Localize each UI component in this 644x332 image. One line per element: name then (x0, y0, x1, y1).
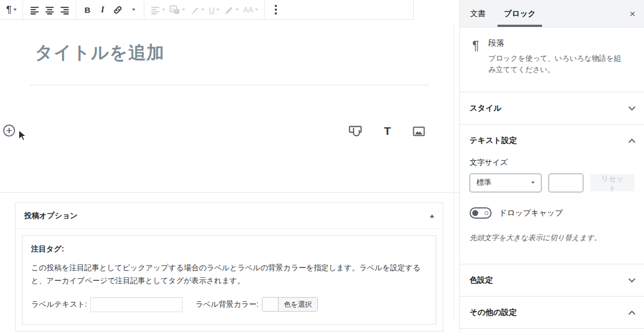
editor-canvas: ¶ B I (0, 0, 459, 332)
panel-advanced-settings-title: その他の設定 (470, 307, 517, 317)
font-size-controls: 標準 リセット (470, 174, 634, 192)
italic-button[interactable]: I (95, 0, 110, 19)
chevron-up-icon (628, 139, 635, 146)
font-size-select-value: 標準 (477, 178, 492, 187)
panel-text-settings: テキスト設定 文字サイズ 標準 リセット (460, 125, 644, 264)
underline-icon: U (209, 5, 215, 15)
panel-style[interactable]: スタイル (460, 92, 644, 125)
underline-disabled-button: U (207, 0, 222, 19)
kebab-icon (275, 5, 277, 7)
chevron-down-icon (531, 182, 535, 184)
align-center-icon (45, 5, 55, 15)
dropcap-toggle[interactable] (470, 207, 492, 219)
button-block-icon (348, 124, 363, 138)
alignment-disabled-button (148, 0, 167, 19)
chevron-down-icon (255, 9, 258, 11)
sidebar-tabs: 文書 ブロック × (460, 0, 644, 27)
bold-icon: B (85, 5, 91, 15)
formatting-group: B I (76, 0, 144, 19)
translate-disabled-button: A * (167, 0, 187, 19)
label-text-input[interactable] (90, 297, 182, 312)
block-card-description: ブロックを使って、いろいろな物語を組み立ててください。 (488, 53, 625, 76)
post-title-input[interactable]: タイトルを追加 (35, 41, 165, 65)
panel-color-settings[interactable]: 色設定 (460, 264, 644, 297)
close-sidebar-button[interactable]: × (630, 9, 635, 19)
block-card-text: 段落 ブロックを使って、いろいろな物語を組み立ててください。 (488, 37, 625, 76)
panel-text-settings-title: テキスト設定 (470, 135, 517, 146)
post-options-metabox: 投稿オプション 注目タグ: この投稿を注目記事としてピックアップする場合のラベル… (15, 203, 443, 331)
align-left-icon (30, 5, 40, 15)
link-icon (113, 5, 123, 15)
title-divider (31, 85, 429, 85)
post-options-header[interactable]: 投稿オプション (16, 203, 443, 229)
chevron-up-icon (628, 311, 635, 317)
tab-block[interactable]: ブロック (496, 0, 544, 27)
align-left-button[interactable] (27, 0, 42, 19)
font-size-label: 文字サイズ (470, 158, 634, 168)
button-block-button[interactable] (346, 121, 365, 141)
block-card-title: 段落 (488, 38, 625, 48)
close-icon: × (630, 8, 635, 19)
featured-tag-fieldset: 注目タグ: この投稿を注目記事としてピックアップする場合のラベルとラベルの背景カ… (22, 235, 436, 324)
settings-sidebar: 文書 ブロック × ¶ 段落 ブロックを使って、いろいろな物語を組み立ててくださ… (459, 0, 644, 332)
add-block-button[interactable] (3, 124, 16, 139)
post-options-body: 注目タグ: この投稿を注目記事としてピックアップする場合のラベルとラベルの背景カ… (16, 229, 443, 331)
image-block-button[interactable] (410, 121, 428, 141)
metabox-divider (0, 192, 459, 193)
link-button[interactable] (110, 0, 125, 19)
more-options-group (265, 0, 287, 19)
dropcap-label: ドロップキャップ (499, 208, 563, 218)
more-formats-button[interactable] (125, 0, 140, 19)
font-size-select[interactable]: 標準 (470, 174, 541, 192)
block-card: ¶ 段落 ブロックを使って、いろいろな物語を組み立ててください。 (460, 27, 644, 92)
block-type-group: ¶ (0, 0, 23, 19)
chevron-down-icon (216, 9, 219, 11)
align-lines-icon (150, 5, 160, 15)
chevron-down-icon (236, 9, 239, 11)
bold-button[interactable]: B (80, 0, 95, 19)
chevron-down-icon (13, 9, 17, 11)
chevron-down-icon (132, 9, 135, 11)
text-block-button[interactable]: T (380, 121, 395, 141)
align-center-button[interactable] (42, 0, 57, 19)
text-settings-content: 文字サイズ 標準 リセット ドロップキャップ 先頭文字を大き (460, 158, 644, 264)
featured-tag-label: 注目タグ: (31, 244, 427, 254)
paragraph-icon: ¶ (472, 38, 479, 76)
more-options-button[interactable] (268, 0, 283, 19)
featured-tag-controls: ラベルテキスト: ラベル背景カラー: 色を選択 (31, 297, 427, 312)
panel-advanced-settings[interactable]: その他の設定 (460, 297, 644, 329)
reset-font-size-button: リセット (590, 174, 634, 191)
post-options-title: 投稿オプション (24, 211, 78, 221)
image-icon (412, 125, 426, 138)
canvas-edge (453, 21, 454, 322)
select-color-button[interactable]: 色を選択 (262, 297, 318, 312)
block-toolbar: ¶ B I (0, 0, 414, 20)
toggle-knob (472, 210, 478, 216)
chevron-down-icon (162, 9, 165, 11)
chevron-down-icon (628, 104, 635, 111)
quick-insert-icons: T (346, 121, 428, 141)
tab-document[interactable]: 文書 (462, 0, 494, 27)
collapse-triangle-icon[interactable] (430, 214, 434, 218)
gutenberg-editor: ¶ B I (0, 0, 644, 332)
translate-icon: A * (170, 5, 180, 15)
featured-tag-description: この投稿を注目記事としてピックアップする場合のラベルとラベルの背景カラーを指定し… (31, 262, 427, 287)
align-right-button[interactable] (57, 0, 72, 19)
select-color-label: 色を選択 (279, 298, 317, 311)
disabled-formatting-group: A * U (144, 0, 265, 19)
panel-text-settings-header[interactable]: テキスト設定 (460, 125, 644, 157)
dropcap-note: 先頭文字を大きな表示に切り替えます。 (470, 233, 634, 243)
align-right-icon (60, 5, 70, 15)
chevron-down-icon (182, 9, 185, 11)
bg-color-label: ラベル背景カラー: (195, 300, 259, 309)
toggle-off-dot (485, 211, 488, 215)
paragraph-block-button[interactable]: ¶ (4, 0, 19, 19)
alignment-group (23, 0, 76, 19)
custom-font-size-input[interactable] (548, 174, 583, 192)
marker-icon (224, 5, 234, 15)
font-size-icon: AA (243, 5, 253, 14)
brush-disabled-button (187, 0, 207, 19)
svg-text:*: * (175, 10, 177, 13)
brush-icon (189, 5, 200, 15)
text-block-icon: T (384, 125, 391, 138)
